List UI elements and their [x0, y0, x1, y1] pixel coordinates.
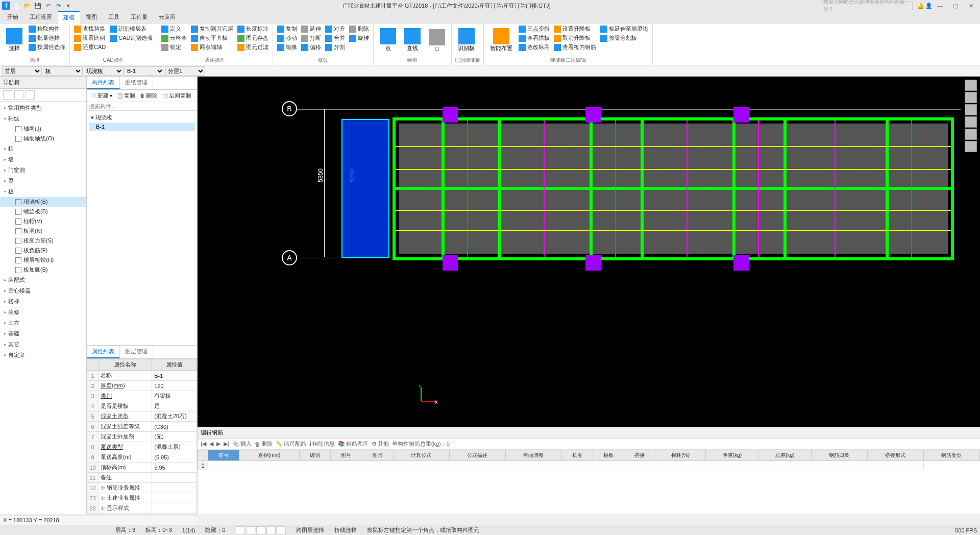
- prop-val-8[interactable]: (混凝土泵): [152, 442, 197, 452]
- rebar-nav-first[interactable]: |◀: [201, 441, 206, 447]
- nav-cat-轴线[interactable]: 轴线: [0, 113, 86, 124]
- split[interactable]: 分割: [324, 43, 346, 52]
- rebar-library[interactable]: 📚钢筋图库: [338, 440, 369, 448]
- split-slab-by-beam[interactable]: 按梁分割板: [599, 34, 649, 42]
- cloud-check[interactable]: 云检查: [160, 34, 188, 42]
- rebar-col-8[interactable]: 长度: [561, 450, 593, 461]
- minimize-button[interactable]: —: [933, 3, 947, 9]
- prop-val-12[interactable]: [152, 483, 197, 493]
- identify-floor-table[interactable]: 识别楼层表: [109, 25, 154, 33]
- rebar-col-7[interactable]: 弯曲调整: [505, 450, 561, 461]
- nav-tree[interactable]: 常用构件类型轴线轴网(J)辅助轴线(O)柱墙门窗洞梁板现浇板(B)螺旋板(B)柱…: [0, 102, 86, 514]
- drawing-canvas[interactable]: B A 5850 5850: [198, 77, 980, 427]
- define[interactable]: 定义: [160, 25, 188, 33]
- copy[interactable]: 复制: [276, 25, 298, 33]
- extend[interactable]: 延伸: [300, 25, 322, 33]
- prop-val-2[interactable]: 120: [152, 381, 197, 391]
- offset[interactable]: 偏移: [300, 43, 322, 52]
- rebar-col-3[interactable]: 图号: [331, 450, 362, 461]
- type-select[interactable]: 现浇板: [84, 66, 124, 76]
- rebar-col-14[interactable]: 钢筋归类: [811, 450, 867, 461]
- prop-val-6[interactable]: (C30): [152, 422, 197, 432]
- rebar-col-11[interactable]: 损耗(%): [655, 450, 706, 461]
- component-search[interactable]: [87, 102, 197, 111]
- two-point-axis[interactable]: 两点辅轴: [190, 43, 234, 52]
- bell-icon[interactable]: 🔔: [917, 2, 925, 10]
- merge[interactable]: 合并: [324, 34, 346, 42]
- rebar-col-12[interactable]: 单重(kg): [706, 450, 758, 461]
- auto-align-slab[interactable]: 自动平齐板: [190, 34, 234, 42]
- component-item-b1[interactable]: B-1: [89, 123, 195, 131]
- nav-cat-墙[interactable]: 墙: [0, 154, 86, 165]
- nav-cat-柱[interactable]: 柱: [0, 143, 86, 154]
- qat-dropdown-icon[interactable]: ▾: [64, 2, 72, 10]
- rebar-col-13[interactable]: 总重(kg): [758, 450, 811, 461]
- prop-val-7[interactable]: (无): [152, 432, 197, 442]
- tab-project-settings[interactable]: 工程设置: [24, 11, 57, 23]
- nav-tool-2[interactable]: [14, 90, 23, 100]
- cancel-lift-slab[interactable]: 取消升降板: [553, 34, 597, 42]
- draw-more[interactable]: □: [426, 25, 448, 56]
- nav-item-柱帽(V)[interactable]: 柱帽(V): [0, 216, 86, 226]
- slab-area[interactable]: [393, 117, 954, 260]
- element-save[interactable]: 图元存盘: [236, 34, 270, 42]
- rebar-col-10[interactable]: 搭接: [624, 450, 655, 461]
- view-slab-rebar[interactable]: 查看板内钢筋: [553, 43, 597, 52]
- nav-item-板负筋(F)[interactable]: 板负筋(F): [0, 246, 86, 255]
- help-search[interactable]: 搜定义刚筋怎么处理复杂梁构件的装修？: [821, 1, 913, 10]
- smart-layout[interactable]: 智能布置: [487, 25, 516, 56]
- rebar-col-2[interactable]: 级别: [300, 450, 331, 461]
- maximize-button[interactable]: ▢: [948, 3, 963, 9]
- move[interactable]: 移动: [276, 34, 298, 42]
- nav-cat-自定义[interactable]: 自定义: [0, 350, 86, 360]
- nav-item-板洞(N)[interactable]: 板洞(N): [0, 226, 86, 236]
- copy-to-other-floor[interactable]: 复制到其它层: [190, 25, 234, 33]
- batch-select[interactable]: 批量选择: [28, 34, 66, 42]
- nav-item-板加腋(B)[interactable]: 板加腋(B): [0, 265, 86, 275]
- column-6[interactable]: [733, 255, 749, 271]
- tab-cloud[interactable]: 云应用: [154, 11, 181, 23]
- nav-cat-门窗洞[interactable]: 门窗洞: [0, 165, 86, 176]
- column-4[interactable]: [443, 255, 458, 271]
- prop-val-9[interactable]: (5.95): [152, 452, 197, 463]
- qat-open-icon[interactable]: 📂: [23, 2, 32, 10]
- draw-line[interactable]: 直线: [401, 25, 424, 56]
- extend-slab-to-wall-beam[interactable]: 板延伸至墙梁边: [599, 25, 649, 33]
- restore-cad[interactable]: 还原CAD: [73, 43, 107, 52]
- find-replace[interactable]: 查找替换: [73, 25, 107, 33]
- qat-new-icon[interactable]: 📄: [13, 2, 21, 10]
- prop-val-10[interactable]: 5.95: [152, 463, 197, 473]
- view-arch-slab[interactable]: 查看拱板: [518, 34, 551, 42]
- nav-cat-土方[interactable]: 土方: [0, 318, 86, 328]
- set-lift-slab[interactable]: 设置升降板: [553, 25, 597, 33]
- view-pan-icon[interactable]: [965, 129, 977, 140]
- select-button[interactable]: 选择: [3, 25, 26, 56]
- nav-cat-空心楼盖[interactable]: 空心楼盖: [0, 285, 86, 296]
- nav-item-楼层板带(H)[interactable]: 楼层板带(H): [0, 255, 86, 265]
- rebar-other[interactable]: ⚙其他: [372, 440, 389, 448]
- component-select[interactable]: B-1: [125, 66, 164, 76]
- prop-val-1[interactable]: B-1: [152, 371, 197, 381]
- sb-tool-3[interactable]: [256, 526, 265, 534]
- status-polyline-select[interactable]: 折线选择: [334, 526, 357, 534]
- column-5[interactable]: [585, 255, 601, 271]
- nav-item-螺旋板(B)[interactable]: 螺旋板(B): [0, 207, 86, 216]
- rebar-table[interactable]: 筋号直径(mm)级别图号图形计算公式公式描述弯曲调整长度根数搭接损耗(%)单重(…: [198, 450, 980, 470]
- layer-select[interactable]: 分层1: [165, 66, 205, 76]
- qat-redo-icon[interactable]: ↷: [54, 2, 62, 10]
- nav-tool-1[interactable]: [3, 90, 12, 100]
- view-fit-icon[interactable]: [965, 116, 977, 128]
- nav-cat-楼梯[interactable]: 楼梯: [0, 296, 86, 307]
- tab-start[interactable]: 开始: [2, 11, 23, 23]
- element-filter[interactable]: 图元过滤: [236, 43, 270, 52]
- break[interactable]: 打断: [300, 34, 322, 42]
- sb-tool-5[interactable]: [277, 526, 286, 534]
- prop-val-11[interactable]: [152, 473, 197, 483]
- tab-quantity[interactable]: 工程量: [126, 11, 153, 23]
- prop-val-3[interactable]: 有梁板: [152, 391, 197, 401]
- selected-slab[interactable]: [341, 119, 389, 258]
- rebar-col-9[interactable]: 根数: [593, 450, 624, 461]
- tab-property-list[interactable]: 属性列表: [87, 346, 120, 358]
- comp-floor-copy[interactable]: 📑层间复制: [160, 91, 193, 100]
- sb-tool-1[interactable]: [236, 526, 245, 534]
